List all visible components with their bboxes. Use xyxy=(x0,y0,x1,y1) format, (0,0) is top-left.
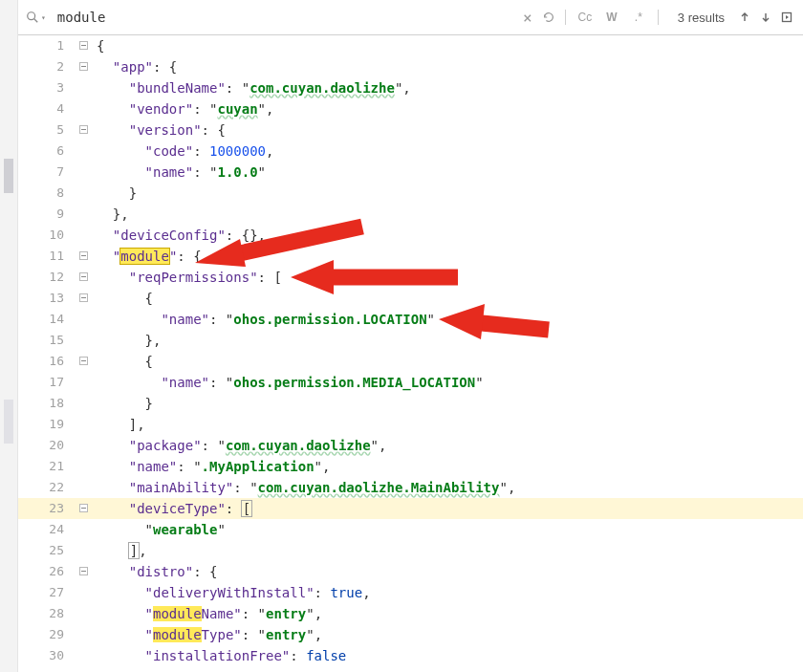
results-count: 3 results xyxy=(664,11,734,25)
match-case-toggle[interactable]: Cc xyxy=(572,7,598,28)
regex-toggle[interactable]: .* xyxy=(625,7,652,28)
line-number: 16 xyxy=(18,351,77,372)
code-line[interactable]: }, xyxy=(97,204,803,225)
code-editor[interactable]: 1{ 2 "app": { 3 "bundleName": "com.cuyan… xyxy=(18,35,803,672)
code-line[interactable]: { xyxy=(97,288,803,309)
next-match-button[interactable] xyxy=(755,7,776,28)
line-number: 29 xyxy=(18,624,77,645)
code-line[interactable]: "version": { xyxy=(97,119,803,141)
svg-point-0 xyxy=(28,12,35,20)
line-number: 24 xyxy=(18,519,77,540)
history-icon[interactable] xyxy=(538,7,559,28)
code-line[interactable]: "distro": { xyxy=(97,561,803,582)
code-line[interactable]: "name": "ohos.permission.MEDIA_LOCATION" xyxy=(97,372,803,393)
line-number: 22 xyxy=(18,477,77,498)
line-number: 7 xyxy=(18,162,77,183)
whole-word-toggle[interactable]: W xyxy=(598,7,625,28)
line-number: 4 xyxy=(18,98,77,119)
code-line[interactable]: "name": ".MyApplication", xyxy=(97,456,803,477)
line-number: 23 xyxy=(18,498,77,519)
line-number: 8 xyxy=(18,183,77,204)
line-number: 21 xyxy=(18,456,77,477)
search-icon xyxy=(26,11,39,24)
line-number: 17 xyxy=(18,372,77,393)
line-number: 27 xyxy=(18,582,77,603)
code-line[interactable]: ], xyxy=(97,540,803,561)
chevron-down-icon: ▾ xyxy=(39,13,46,22)
code-line[interactable]: "deviceConfig": {}, xyxy=(97,225,803,246)
code-line[interactable]: "module": { xyxy=(97,246,803,267)
clear-icon[interactable]: × xyxy=(517,7,538,28)
line-number: 15 xyxy=(18,330,77,351)
code-line[interactable]: "package": "com.cuyan.daolizhe", xyxy=(97,435,803,456)
code-line[interactable]: "moduleName": "entry", xyxy=(97,603,803,624)
search-input[interactable] xyxy=(52,6,517,29)
code-line[interactable]: "mainAbility": "com.cuyan.daolizhe.MainA… xyxy=(97,477,803,498)
find-bar: ▾ × Cc W .* 3 results xyxy=(18,0,803,35)
code-line[interactable]: }, xyxy=(97,330,803,351)
svg-line-1 xyxy=(34,19,38,23)
code-line[interactable]: "deviceType": [ xyxy=(97,498,803,519)
line-number: 5 xyxy=(18,119,77,141)
side-marker xyxy=(4,159,13,193)
code-line[interactable]: "bundleName": "com.cuyan.daolizhe", xyxy=(97,77,803,98)
prev-match-button[interactable] xyxy=(734,7,755,28)
code-line[interactable]: { xyxy=(97,351,803,372)
search-icon-group[interactable]: ▾ xyxy=(24,11,52,24)
line-number: 25 xyxy=(18,540,77,561)
code-line[interactable]: "name": "ohos.permission.LOCATION" xyxy=(97,309,803,330)
line-number: 2 xyxy=(18,56,77,77)
bracket-close: ] xyxy=(129,543,139,558)
line-number: 11 xyxy=(18,246,77,267)
line-number: 10 xyxy=(18,225,77,246)
side-ribbon xyxy=(0,0,18,672)
code-line[interactable]: { xyxy=(97,35,803,56)
code-line[interactable]: "deliveryWithInstall": true, xyxy=(97,582,803,603)
line-number: 26 xyxy=(18,561,77,582)
line-number: 18 xyxy=(18,393,77,414)
code-line[interactable]: "app": { xyxy=(97,56,803,77)
search-match: module xyxy=(153,627,202,642)
line-number: 6 xyxy=(18,141,77,162)
line-number: 3 xyxy=(18,77,77,98)
line-number: 28 xyxy=(18,603,77,624)
code-lines: 1{ 2 "app": { 3 "bundleName": "com.cuyan… xyxy=(18,35,803,666)
side-marker xyxy=(4,400,13,444)
open-tool-window-icon[interactable] xyxy=(776,7,797,28)
bracket-open: [ xyxy=(242,501,251,516)
line-number: 12 xyxy=(18,267,77,288)
code-line[interactable]: "vendor": "cuyan", xyxy=(97,98,803,119)
line-number: 19 xyxy=(18,414,77,435)
line-number: 30 xyxy=(18,645,77,666)
find-navigation xyxy=(734,7,797,28)
code-line[interactable]: } xyxy=(97,393,803,414)
line-number: 1 xyxy=(18,35,77,56)
find-controls: × Cc W .* xyxy=(517,7,664,28)
line-number: 14 xyxy=(18,309,77,330)
code-line[interactable]: "reqPermissions": [ xyxy=(97,267,803,288)
search-match: module xyxy=(153,606,202,621)
code-line[interactable]: "name": "1.0.0" xyxy=(97,162,803,183)
search-match: module xyxy=(120,249,169,264)
code-line[interactable]: ], xyxy=(97,414,803,435)
code-line[interactable]: "code": 1000000, xyxy=(97,141,803,162)
code-line[interactable]: } xyxy=(97,183,803,204)
code-line[interactable]: "moduleType": "entry", xyxy=(97,624,803,645)
line-number: 9 xyxy=(18,204,77,225)
code-line[interactable]: "installationFree": false xyxy=(97,645,803,666)
code-line[interactable]: "wearable" xyxy=(97,519,803,540)
line-number: 20 xyxy=(18,435,77,456)
line-number: 13 xyxy=(18,288,77,309)
